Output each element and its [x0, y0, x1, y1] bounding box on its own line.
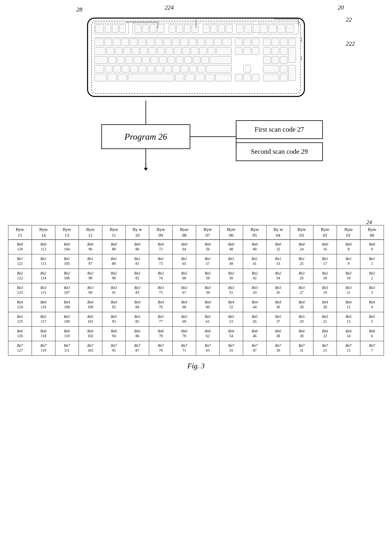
- svg-rect-103: [198, 65, 205, 72]
- table-cell-bit1-col8: Bit157: [196, 254, 219, 269]
- svg-rect-101: [181, 65, 188, 72]
- ref-20-label: 20: [338, 4, 344, 11]
- svg-rect-104: [206, 65, 231, 72]
- cell-bit-label: Bit0: [40, 242, 46, 247]
- cell-val: 13: [347, 319, 350, 324]
- cell-val: 72: [159, 247, 163, 252]
- svg-rect-28: [95, 37, 297, 38]
- cell-bit-label: Bit4: [228, 300, 234, 305]
- cell-bit-label: Bit4: [158, 300, 164, 305]
- col-header-byte13: Byte13: [55, 225, 79, 240]
- svg-marker-141: [144, 168, 148, 171]
- cell-bit-label: Bit0: [252, 242, 258, 247]
- cell-bit-label: Bit2: [346, 271, 352, 276]
- cell-val: 30: [300, 333, 303, 339]
- svg-rect-75: [109, 56, 116, 64]
- ref-28: 28: [76, 6, 82, 13]
- table-row-bit3: Bit3123Bit3115Bit3107Bit399Bit391Bit383B…: [8, 283, 384, 298]
- table-cell-bit4-col15: Bit44: [360, 298, 384, 312]
- svg-rect-70: [263, 47, 271, 55]
- table-cell-bit3-col4: Bit391: [102, 283, 126, 298]
- svg-rect-99: [164, 65, 171, 72]
- table-cell-bit3-col13: Bit319: [313, 283, 337, 298]
- cell-val: 96: [89, 247, 92, 252]
- cell-val: 92: [112, 305, 116, 310]
- table-cell-bit6-col15: Bit66: [360, 326, 384, 341]
- table-cell-bit7-col9: Bit755: [219, 341, 243, 355]
- cell-val: 88: [112, 247, 116, 252]
- svg-rect-16: [192, 25, 198, 33]
- cell-bit-label: Bit5: [369, 314, 375, 319]
- cell-bit-label: Bit3: [369, 285, 375, 290]
- table-cell-bit2-col7: Bit266: [173, 269, 196, 283]
- table-cell-bit5-col13: Bit521: [313, 312, 337, 326]
- cell-val: 59: [206, 290, 210, 295]
- cell-val: 64: [182, 247, 186, 252]
- table-cell-bit3-col9: Bit351: [219, 283, 243, 298]
- cell-bit-label: Bit3: [252, 285, 258, 290]
- cell-val: 34: [276, 276, 280, 281]
- col-header-byte08: Byte08: [173, 225, 196, 240]
- svg-rect-13: [169, 25, 175, 33]
- cell-bit-label: Bit2: [181, 271, 187, 276]
- col-header-byte05: Byte05: [243, 225, 266, 240]
- table-cell-bit6-col13: Bit622: [313, 326, 337, 341]
- table-cell-bit4-col9: Bit452: [219, 298, 243, 312]
- table-cell-bit2-col11: Bit234: [266, 269, 290, 283]
- cell-val: 23: [323, 348, 327, 353]
- svg-rect-37: [164, 39, 171, 46]
- table-cell-bit1-col1: Bit1113: [32, 254, 55, 269]
- cell-val: 32: [276, 247, 280, 252]
- table-cell-bit0-col7: Bit064: [173, 240, 196, 254]
- cell-val: 8: [348, 247, 350, 252]
- cell-val: 57: [206, 261, 210, 266]
- svg-rect-60: [166, 47, 173, 55]
- svg-rect-56: [132, 47, 139, 55]
- cell-val: 47: [253, 348, 257, 353]
- svg-rect-55: [124, 47, 131, 55]
- cell-val: 69: [182, 319, 186, 324]
- svg-rect-14: [176, 25, 183, 33]
- cell-val: 120: [17, 247, 23, 252]
- ref-24-label: 24: [366, 219, 372, 225]
- cell-val: 36: [276, 305, 280, 310]
- col-header-byte12: Byte12: [79, 225, 102, 240]
- cell-val: 122: [17, 276, 23, 281]
- table-cell-bit5-col6: Bit577: [149, 312, 173, 326]
- cell-bit-label: Bit3: [111, 285, 117, 290]
- cell-val: 86: [135, 333, 139, 339]
- svg-text:Second scan code 29: Second scan code 29: [251, 148, 308, 155]
- cell-val: 111: [64, 348, 70, 353]
- svg-rect-67: [235, 47, 242, 55]
- cell-bit-label: Bit5: [17, 314, 23, 319]
- svg-rect-23: [253, 25, 260, 33]
- svg-rect-107: [280, 65, 287, 72]
- cell-bit-label: Bit6: [322, 329, 328, 333]
- svg-rect-116: [205, 74, 214, 81]
- svg-rect-71: [272, 47, 279, 55]
- svg-rect-58: [149, 47, 156, 55]
- svg-rect-100: [173, 65, 180, 72]
- table-cell-bit7-col6: Bit779: [149, 341, 173, 355]
- cell-bit-label: Bit0: [299, 242, 305, 247]
- cell-bit-label: Bit1: [252, 257, 258, 261]
- svg-rect-94: [122, 65, 129, 72]
- ref-222-label: 222: [346, 40, 355, 47]
- main-layout: 28 224 20 22 222: [0, 0, 392, 370]
- svg-rect-18: [211, 25, 217, 33]
- cell-val: 27: [300, 290, 303, 295]
- table-cell-bit0-col12: Bit024: [290, 240, 314, 254]
- col-header-byte10: By te10: [126, 225, 149, 240]
- cell-val: 21: [323, 319, 327, 324]
- cell-val: 25: [300, 261, 303, 266]
- svg-rect-35: [147, 39, 154, 46]
- svg-rect-119: [244, 74, 251, 81]
- cell-bit-label: Bit7: [275, 343, 281, 348]
- table-cell-bit2-col13: Bit218: [313, 269, 337, 283]
- table-cell-bit2-col5: Bit282: [126, 269, 149, 283]
- cell-val: 38: [276, 333, 280, 339]
- cell-val: 121: [17, 261, 23, 266]
- table-cell-bit3-col3: Bit399: [79, 283, 102, 298]
- cell-val: 35: [276, 290, 280, 295]
- table-cell-bit7-col12: Bit731: [290, 341, 314, 355]
